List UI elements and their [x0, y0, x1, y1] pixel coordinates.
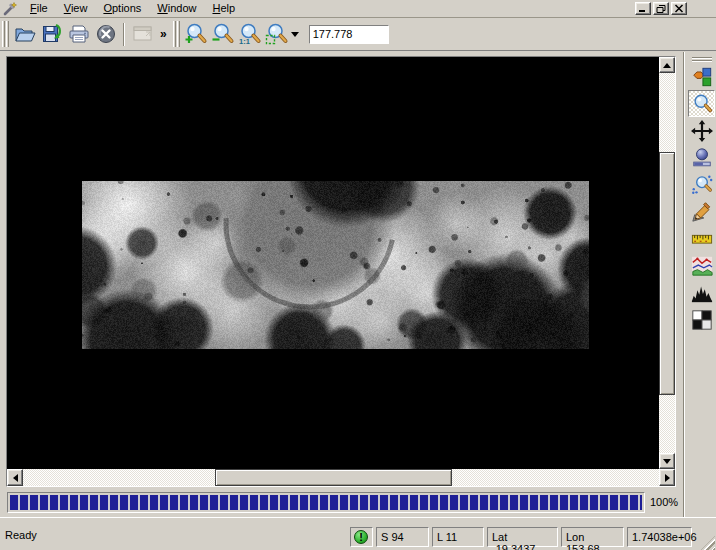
horizontal-scroll-thumb[interactable]: [215, 469, 452, 486]
close-icon: [674, 4, 684, 13]
band-selection-icon: [691, 66, 713, 88]
zoom-actual-size-icon: 1:1: [237, 22, 262, 46]
open-folder-icon: [14, 23, 36, 45]
svg-text:1:1: 1:1: [239, 37, 250, 46]
pencil-icon: [691, 201, 713, 223]
menu-bar: File View Options Window Help: [0, 0, 716, 18]
zoom-in-button[interactable]: [182, 21, 209, 48]
application-window: File View Options Window Help: [0, 0, 716, 550]
new-window-icon: [131, 23, 155, 45]
minimize-button[interactable]: [635, 2, 651, 15]
zoom-out-icon: [210, 22, 235, 46]
resize-grip[interactable]: [701, 536, 715, 550]
scroll-left-button[interactable]: [7, 469, 23, 486]
close-button[interactable]: [671, 2, 687, 15]
tool-zoom[interactable]: [688, 90, 715, 117]
stretch-icon: [691, 147, 713, 169]
sidebar-separator: [683, 52, 685, 517]
zoom-actual-size-button[interactable]: 1:1: [236, 21, 263, 48]
vertical-scrollbar[interactable]: [659, 57, 675, 469]
status-latitude: Lat -19.3437: [487, 527, 558, 547]
sidebar-handle[interactable]: [692, 56, 712, 62]
pan-icon: [691, 120, 713, 142]
scroll-up-button[interactable]: [659, 57, 675, 73]
status-line: L 11: [432, 527, 484, 547]
image-view-frame: [6, 56, 676, 487]
zoom-scale-input[interactable]: [309, 25, 389, 44]
app-icon: [3, 2, 17, 16]
tool-band-selection[interactable]: [688, 63, 715, 90]
tool-find[interactable]: [688, 171, 715, 198]
tool-histogram[interactable]: [688, 279, 715, 306]
tool-sidebar: [687, 52, 716, 490]
open-button[interactable]: [11, 21, 38, 48]
tool-pan[interactable]: [688, 117, 715, 144]
menu-options[interactable]: Options: [95, 1, 149, 16]
minimize-icon: [638, 4, 648, 13]
toolbar-handle[interactable]: [2, 21, 9, 47]
plot-icon: [691, 255, 713, 277]
scroll-down-button[interactable]: [659, 453, 675, 469]
up-arrow-icon: [663, 63, 671, 68]
status-longitude: Lon 153.68: [561, 527, 624, 547]
tool-edit[interactable]: [688, 198, 715, 225]
menu-help[interactable]: Help: [204, 1, 243, 16]
zoom-in-icon: [183, 22, 208, 46]
zoom-fit-button[interactable]: [263, 21, 290, 48]
save-icon: [41, 23, 63, 45]
ruler-icon: [691, 228, 713, 250]
image-viewport[interactable]: [7, 57, 659, 469]
main-toolbar: »: [0, 18, 716, 51]
left-arrow-icon: [13, 474, 18, 482]
restore-icon: [656, 4, 666, 13]
tool-stats[interactable]: [688, 306, 715, 333]
down-arrow-icon: [663, 459, 671, 464]
zoom-tool-icon: [691, 93, 713, 115]
status-bar: Ready ! S 94 L 11 Lat -19.3437 Lon 153.6…: [0, 517, 716, 550]
status-sample: S 94: [376, 527, 429, 547]
horizontal-scrollbar[interactable]: [7, 469, 675, 486]
restore-button[interactable]: [653, 2, 669, 15]
menu-view[interactable]: View: [56, 1, 96, 16]
menu-file[interactable]: File: [22, 1, 56, 16]
tool-measure[interactable]: [688, 225, 715, 252]
vertical-scroll-thumb[interactable]: [659, 152, 675, 395]
status-pixel-value: 1.74038e+06: [627, 527, 692, 547]
print-button[interactable]: [65, 21, 92, 48]
toolbar-handle-2[interactable]: [173, 21, 180, 47]
histogram-icon: [691, 282, 713, 304]
save-button[interactable]: [38, 21, 65, 48]
status-warning-panel: !: [350, 527, 373, 547]
new-window-button-disabled[interactable]: [129, 21, 156, 48]
progress-bar: [7, 492, 645, 513]
scroll-right-button[interactable]: [659, 469, 675, 486]
menu-window[interactable]: Window: [149, 1, 204, 16]
toolbar-overflow-button[interactable]: »: [156, 27, 171, 41]
stop-button[interactable]: [92, 21, 119, 48]
window-controls: [635, 2, 687, 15]
toolbar-separator: [123, 23, 125, 46]
find-icon: [691, 174, 713, 196]
tool-plot[interactable]: [688, 252, 715, 279]
surface-image[interactable]: [82, 181, 589, 349]
print-icon: [68, 23, 90, 45]
zoom-out-button[interactable]: [209, 21, 236, 48]
warning-icon: !: [354, 530, 368, 544]
tool-stretch[interactable]: [688, 144, 715, 171]
stop-icon: [95, 23, 117, 45]
progress-percent-label: 100%: [650, 492, 678, 513]
stats-icon: [691, 309, 713, 331]
progress-bar-fill: [10, 495, 642, 510]
status-message: Ready: [5, 529, 37, 541]
zoom-fit-dropdown-icon[interactable]: [291, 32, 299, 37]
zoom-fit-icon: [264, 22, 289, 46]
right-arrow-icon: [665, 474, 670, 482]
